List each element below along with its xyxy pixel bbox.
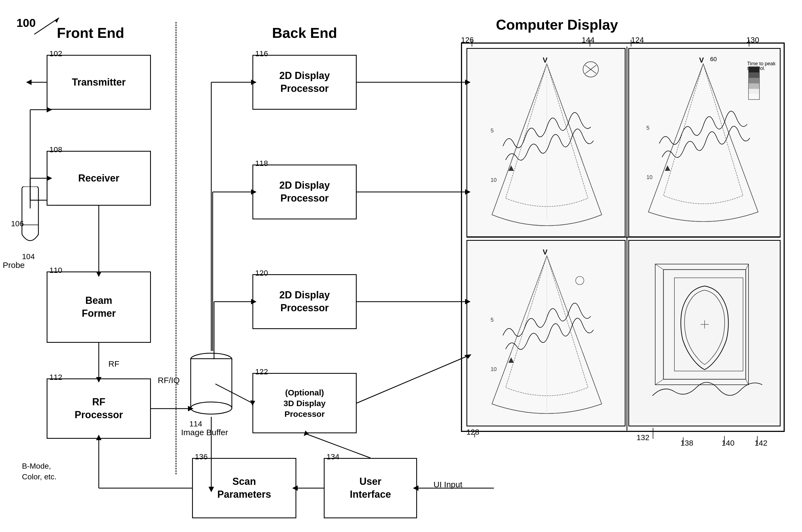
ref-132: 132 bbox=[637, 433, 650, 442]
bmode-label: B-Mode,Color, etc. bbox=[22, 461, 57, 482]
user-interface-block: User Interface bbox=[324, 458, 417, 518]
probe-ref-104: 104 bbox=[22, 252, 35, 261]
image-buffer-label: Image Buffer bbox=[181, 428, 228, 437]
svg-marker-84 bbox=[26, 79, 32, 85]
rf-processor-ref: 112 bbox=[50, 373, 62, 382]
ref-144: 144 bbox=[582, 36, 595, 44]
image-buffer-ref: 114 bbox=[189, 420, 202, 428]
svg-text:V: V bbox=[699, 56, 704, 64]
svg-marker-10 bbox=[508, 165, 514, 171]
3d-display-block: (Optional) 3D Display Processor bbox=[253, 373, 357, 433]
svg-rect-2 bbox=[22, 187, 38, 236]
beam-former-block: Beam Former bbox=[46, 271, 151, 343]
front-end-header: Front End bbox=[33, 25, 148, 41]
ref-126: 126 bbox=[461, 36, 474, 44]
user-interface-ref: 134 bbox=[327, 453, 339, 461]
2d-display-3-block: 2D Display Processor bbox=[253, 274, 357, 329]
ref-142: 142 bbox=[754, 439, 767, 448]
2d-display-1-ref: 116 bbox=[255, 49, 268, 58]
svg-text:V: V bbox=[543, 248, 548, 256]
svg-text:V: V bbox=[543, 56, 548, 64]
probe-connector-ref: 106 bbox=[11, 220, 24, 228]
beam-former-ref: 110 bbox=[50, 266, 62, 275]
ref-124: 124 bbox=[631, 36, 644, 44]
svg-line-81 bbox=[357, 357, 466, 403]
2d-display-2-block: 2D Display Processor bbox=[253, 165, 357, 220]
svg-point-31 bbox=[576, 277, 584, 285]
2d-display-3-ref: 120 bbox=[255, 269, 268, 278]
rfiq-label: RF/IQ bbox=[158, 376, 180, 385]
svg-point-6 bbox=[191, 402, 232, 414]
3d-display-ref: 122 bbox=[255, 367, 268, 376]
3d-display bbox=[631, 242, 779, 423]
svg-text:5: 5 bbox=[490, 128, 493, 134]
svg-rect-5 bbox=[191, 359, 232, 408]
svg-rect-24 bbox=[749, 78, 759, 83]
transmitter-block: Transmitter bbox=[46, 55, 151, 110]
svg-text:10: 10 bbox=[490, 177, 497, 183]
svg-marker-1 bbox=[55, 18, 59, 23]
ui-input-label: UI Input bbox=[433, 480, 462, 489]
rf-label: RF bbox=[108, 359, 119, 368]
display-panel-3: 5 10 V bbox=[466, 240, 626, 426]
rf-processor-block: RF Processor bbox=[46, 378, 151, 439]
computer-display-header: Computer Display bbox=[461, 16, 653, 33]
receiver-block: Receiver bbox=[46, 151, 151, 206]
2d-display-1-block: 2D Display Processor bbox=[253, 55, 357, 110]
probe-label: Probe bbox=[3, 261, 25, 270]
separator-line bbox=[175, 22, 176, 474]
ultrasound-fan-3: 5 10 V bbox=[470, 242, 624, 423]
ref-130: 130 bbox=[746, 36, 759, 44]
svg-rect-22 bbox=[749, 67, 759, 72]
svg-rect-25 bbox=[749, 83, 759, 89]
svg-text:5: 5 bbox=[647, 125, 650, 131]
display-panel-1: 5 10 V bbox=[466, 48, 626, 237]
display-panel-4 bbox=[628, 240, 781, 426]
ultrasound-fan-2: 5 10 V 60 Time to peak sos. vol. bbox=[631, 50, 779, 234]
ref-138: 138 bbox=[680, 439, 693, 448]
2d-display-2-ref: 118 bbox=[255, 159, 268, 168]
back-end-header: Back End bbox=[247, 25, 362, 41]
svg-text:60: 60 bbox=[710, 56, 717, 62]
svg-rect-23 bbox=[749, 72, 759, 78]
scan-params-block: Scan Parameters bbox=[192, 458, 296, 518]
svg-marker-18 bbox=[665, 165, 670, 171]
scan-params-ref: 136 bbox=[195, 453, 208, 461]
image-buffer-cylinder bbox=[189, 351, 233, 417]
ultrasound-fan-1: 5 10 V bbox=[470, 50, 624, 234]
svg-text:5: 5 bbox=[490, 317, 493, 323]
ref-128: 128 bbox=[466, 428, 479, 437]
display-panel-2: 5 10 V 60 Time to peak sos. vol. bbox=[628, 48, 781, 237]
transmitter-ref: 102 bbox=[50, 49, 62, 58]
svg-rect-26 bbox=[749, 89, 759, 94]
svg-text:10: 10 bbox=[490, 366, 497, 372]
svg-marker-30 bbox=[508, 357, 514, 363]
ref-140: 140 bbox=[722, 439, 734, 448]
diagram-container: 100 Front End Back End Computer Display … bbox=[0, 0, 802, 532]
receiver-ref: 108 bbox=[50, 145, 62, 154]
svg-text:10: 10 bbox=[647, 174, 652, 180]
